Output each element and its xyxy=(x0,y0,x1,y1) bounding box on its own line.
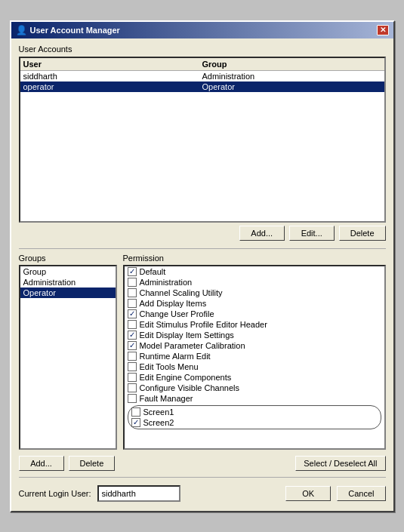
perm-label: Fault Manager xyxy=(140,394,193,403)
permission-listbox[interactable]: ✓ Default Administration Channel Scaling… xyxy=(123,265,386,450)
perm-item: Channel Scaling Utility xyxy=(125,288,384,298)
perm-checkbox-default[interactable]: ✓ xyxy=(128,267,137,276)
perm-checkbox-administration[interactable] xyxy=(128,278,137,287)
perm-checkbox-fault[interactable] xyxy=(128,394,137,403)
perm-label: Edit Display Item Settings xyxy=(140,331,234,340)
perm-checkbox-visible-channels[interactable] xyxy=(128,383,137,392)
permission-panel: Permission ✓ Default Administration Chan… xyxy=(123,254,386,450)
perm-item: Add Display Items xyxy=(125,298,384,309)
col-group: Group xyxy=(202,60,381,69)
group-name: Group xyxy=(23,267,47,276)
perm-checkbox-change-profile[interactable]: ✓ xyxy=(128,309,137,318)
group-row[interactable]: Group xyxy=(20,266,116,277)
perm-checkbox-screen1[interactable] xyxy=(131,407,140,417)
perm-checkbox-tools-menu[interactable] xyxy=(128,362,137,371)
section-divider xyxy=(19,248,386,249)
groups-panel: Groups Group Administration Operator xyxy=(19,254,117,450)
select-deselect-button[interactable]: Select / Deselect All xyxy=(295,456,385,471)
user-button-row: Add... Edit... Delete xyxy=(19,226,386,241)
groups-buttons: Add... Delete xyxy=(19,456,116,471)
footer: Current Login User: OK Cancel xyxy=(19,482,386,505)
group-name: Administration xyxy=(23,278,76,287)
perm-label: Add Display Items xyxy=(140,299,207,308)
perm-item: Fault Manager xyxy=(125,393,384,404)
perm-item: Edit Stimulus Profile Editor Header xyxy=(125,319,384,330)
perm-label: Change User Profile xyxy=(140,309,214,318)
delete-user-button[interactable]: Delete xyxy=(339,226,386,241)
group-name: Operator xyxy=(23,288,56,297)
perm-label: Channel Scaling Utility xyxy=(140,288,223,297)
perm-item: ✓ Default xyxy=(125,266,384,277)
ok-button[interactable]: OK xyxy=(285,486,331,501)
perm-label: Edit Tools Menu xyxy=(140,362,199,371)
user-accounts-listbox[interactable]: User Group siddharth Administration oper… xyxy=(19,57,386,223)
perm-label: Runtime Alarm Edit xyxy=(140,352,211,361)
perm-label: Edit Engine Components xyxy=(140,373,232,382)
groups-listbox[interactable]: Group Administration Operator xyxy=(19,265,117,450)
table-row[interactable]: siddharth Administration xyxy=(20,71,384,81)
footer-buttons: OK Cancel xyxy=(285,486,385,501)
titlebar: 👤 User Account Manager ✕ xyxy=(11,22,393,38)
add-user-button[interactable]: Add... xyxy=(239,226,285,241)
perm-label: Screen2 xyxy=(143,418,174,427)
perm-checkbox-model-param[interactable]: ✓ xyxy=(128,341,137,350)
edit-user-button[interactable]: Edit... xyxy=(289,226,335,241)
perm-item: Edit Engine Components xyxy=(125,372,384,383)
perm-item: ✓ Screen2 xyxy=(128,417,381,428)
group-cell: Operator xyxy=(202,82,381,91)
table-row[interactable]: operator Operator xyxy=(20,81,384,92)
perm-checkbox-channel-scaling[interactable] xyxy=(128,288,137,297)
close-button[interactable]: ✕ xyxy=(377,25,389,35)
permission-label: Permission xyxy=(123,254,386,263)
current-login-section: Current Login User: xyxy=(19,485,180,502)
perm-item: Configure Visible Channels xyxy=(125,383,384,393)
bottom-buttons-row: Add... Delete Select / Deselect All xyxy=(19,456,386,471)
titlebar-left: 👤 User Account Manager xyxy=(16,25,120,35)
perm-checkbox-engine[interactable] xyxy=(128,373,137,382)
cancel-button[interactable]: Cancel xyxy=(337,486,385,501)
perm-item: Administration xyxy=(125,277,384,288)
perm-item: ✓ Change User Profile xyxy=(125,309,384,319)
groups-label: Groups xyxy=(19,254,117,263)
screen-group-oval: Screen1 ✓ Screen2 xyxy=(128,405,381,429)
perm-checkbox-add-display[interactable] xyxy=(128,299,137,308)
window-title: User Account Manager xyxy=(30,26,120,35)
perm-item: ✓ Model Parameter Calibration xyxy=(125,340,384,351)
col-user: User xyxy=(23,60,202,69)
user-cell: operator xyxy=(23,82,202,91)
perm-checkbox-runtime-alarm[interactable] xyxy=(128,352,137,361)
delete-group-button[interactable]: Delete xyxy=(69,456,116,471)
perm-item: Edit Tools Menu xyxy=(125,361,384,372)
footer-divider xyxy=(19,477,386,478)
user-accounts-label: User Accounts xyxy=(19,45,386,54)
perm-item: Runtime Alarm Edit xyxy=(125,351,384,361)
perm-checkbox-stimulus[interactable] xyxy=(128,320,137,329)
perm-checkbox-display-settings[interactable]: ✓ xyxy=(128,331,137,340)
table-header: User Group xyxy=(20,58,384,71)
perm-item: Screen1 xyxy=(128,407,381,417)
user-cell: siddharth xyxy=(23,72,202,81)
perm-label: Model Parameter Calibration xyxy=(140,341,245,350)
group-cell: Administration xyxy=(202,72,381,81)
group-row[interactable]: Administration xyxy=(20,277,116,288)
window-icon: 👤 xyxy=(16,25,27,35)
perm-label: Screen1 xyxy=(143,407,174,417)
perm-label: Edit Stimulus Profile Editor Header xyxy=(140,320,267,329)
group-row[interactable]: Operator xyxy=(20,288,116,298)
current-login-label: Current Login User: xyxy=(19,489,91,498)
main-window: 👤 User Account Manager ✕ User Accounts U… xyxy=(10,20,395,512)
perm-checkbox-screen2[interactable]: ✓ xyxy=(131,418,140,427)
bottom-section: Groups Group Administration Operator Per… xyxy=(19,254,386,450)
perm-item: ✓ Edit Display Item Settings xyxy=(125,330,384,340)
perm-label: Administration xyxy=(140,278,193,287)
current-login-input[interactable] xyxy=(97,485,180,502)
perm-label: Default xyxy=(140,267,166,276)
window-body: User Accounts User Group siddharth Admin… xyxy=(11,38,393,511)
add-group-button[interactable]: Add... xyxy=(19,456,64,471)
perm-label: Configure Visible Channels xyxy=(140,383,240,392)
